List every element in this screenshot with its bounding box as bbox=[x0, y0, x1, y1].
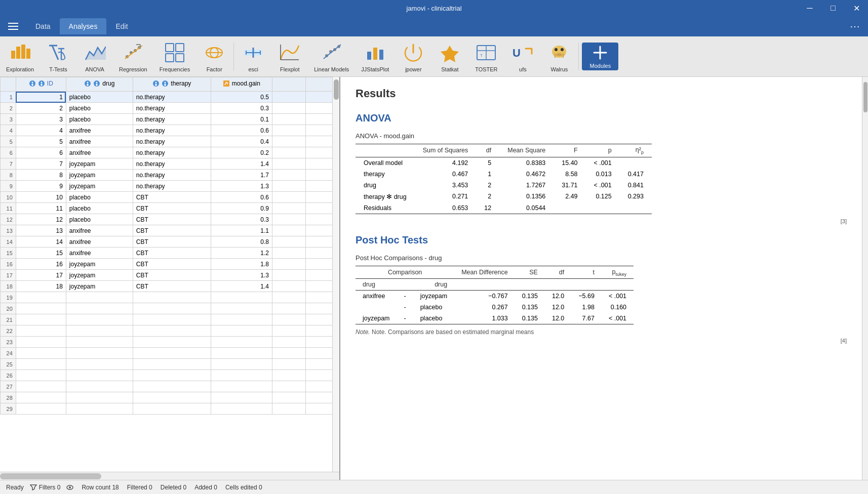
toolbar-frequencies[interactable]: Frequencies bbox=[153, 38, 196, 74]
ph-note: Note. Note. Comparisons are based on est… bbox=[356, 328, 847, 336]
more-menu[interactable]: ⋯ bbox=[846, 18, 864, 34]
maximize-button[interactable]: □ bbox=[821, 0, 845, 16]
ph-df-1: 12.0 bbox=[545, 291, 571, 302]
anova-f-drug: 31.71 bbox=[554, 180, 585, 191]
ph-row-3: joyzepam - placebo 1.033 0.135 12.0 7.67… bbox=[356, 313, 634, 324]
ph-df-3: 12.0 bbox=[545, 313, 571, 324]
ph-meandiff-1: −0.767 bbox=[454, 291, 515, 302]
eye-button[interactable] bbox=[66, 484, 73, 491]
ph-col-ptukey: ptukey bbox=[602, 266, 634, 279]
horizontal-scrollbar[interactable] bbox=[0, 472, 339, 480]
toolbar-walrus[interactable]: Walrus bbox=[541, 38, 577, 74]
anova-ss-residuals: 0.653 bbox=[415, 202, 477, 214]
svg-text:T: T bbox=[480, 53, 483, 58]
anova-f-therapy: 8.58 bbox=[554, 169, 585, 180]
regression-label: Regression bbox=[119, 66, 147, 72]
ph-df-header bbox=[545, 279, 571, 291]
toolbar-factor[interactable]: Factor bbox=[196, 38, 232, 74]
spreadsheet-table: ID drug bbox=[0, 77, 339, 472]
spreadsheet-panel: ID drug bbox=[0, 77, 340, 480]
ph-drug2-header: drug bbox=[413, 279, 455, 291]
ph-drug1-1: anxifree bbox=[356, 291, 397, 302]
table-row: 21 bbox=[1, 314, 339, 325]
window-title: jamovi - clinicaltrial bbox=[406, 5, 461, 12]
tab-data[interactable]: Data bbox=[26, 18, 60, 34]
minimize-button[interactable]: ─ bbox=[798, 0, 821, 16]
modules-label: Modules bbox=[590, 63, 611, 69]
results-scrollbar[interactable] bbox=[862, 77, 868, 480]
tab-analyses[interactable]: Analyses bbox=[60, 18, 107, 34]
ph-t-1: −5.69 bbox=[571, 291, 602, 302]
results-panel[interactable]: Results ANOVA ANOVA - mood.gain Sum of S… bbox=[340, 77, 862, 480]
data-grid: ID drug bbox=[0, 77, 339, 415]
anova-label-drug: drug bbox=[356, 180, 415, 191]
post-hoc-section: Post Hoc Tests Post Hoc Comparisons - dr… bbox=[356, 234, 847, 344]
col-header-id[interactable]: ID bbox=[16, 77, 66, 92]
svg-point-47 bbox=[556, 53, 562, 56]
toolbar-jjstatsplot[interactable]: JJStatsPlot bbox=[355, 38, 395, 74]
toolbar-divider-2 bbox=[578, 43, 579, 70]
esci-label: esci bbox=[248, 66, 258, 72]
table-row: 24 bbox=[1, 348, 339, 359]
toolbar-linear-models[interactable]: Linear Models bbox=[308, 38, 355, 74]
toolbar-statkat[interactable]: Statkat bbox=[431, 38, 468, 74]
toolbar-anova[interactable]: ANOVA bbox=[76, 38, 113, 74]
toolbar-exploration[interactable]: Exploration bbox=[0, 38, 40, 74]
exploration-icon bbox=[8, 40, 32, 64]
anova-ss-drug: 3.453 bbox=[415, 180, 477, 191]
anova-col-ss: Sum of Squares bbox=[415, 144, 477, 157]
toolbar-divider-1 bbox=[233, 43, 234, 70]
anova-col-ms: Mean Square bbox=[499, 144, 554, 157]
col-header-therapy[interactable]: therapy bbox=[133, 77, 211, 92]
post-hoc-table: Comparison Mean Difference SE df t ptuke… bbox=[356, 266, 634, 325]
svg-rect-1 bbox=[16, 47, 20, 59]
table-row: 1414anxifreeCBT0.8 bbox=[1, 236, 339, 248]
table-row: 1010placeboCBT0.6 bbox=[1, 192, 339, 203]
vertical-scrollbar[interactable] bbox=[332, 77, 339, 472]
toolbar-ufs[interactable]: U ufs bbox=[504, 38, 541, 74]
status-ready: Ready bbox=[6, 484, 24, 491]
table-row: 1818joyzepamCBT1.4 bbox=[1, 281, 339, 292]
anova-ss-therapy: 0.467 bbox=[415, 169, 477, 180]
col-header-moodgain[interactable]: mood.gain bbox=[211, 77, 272, 92]
anova-col-df: df bbox=[476, 144, 499, 157]
filters-label: Filters 0 bbox=[39, 484, 61, 491]
ph-drug-header: drug drug bbox=[356, 279, 634, 291]
scrollbar-thumb bbox=[334, 79, 339, 100]
factor-label: Factor bbox=[207, 66, 222, 72]
anova-eta-residuals bbox=[620, 202, 652, 214]
ph-t-header bbox=[571, 279, 602, 291]
walrus-label: Walrus bbox=[550, 66, 568, 72]
statusbar: Ready Filters 0 Row count 18 Filtered 0 … bbox=[0, 480, 868, 494]
cells-edited-label: Cells edited 0 bbox=[225, 484, 262, 491]
col-header-drug[interactable]: drug bbox=[66, 77, 133, 92]
svg-line-12 bbox=[125, 46, 142, 59]
ph-footnote: [4] bbox=[356, 338, 847, 344]
toolbar-t-tests[interactable]: T-Tests bbox=[40, 38, 76, 74]
tab-edit[interactable]: Edit bbox=[106, 18, 137, 34]
anova-ms-overall: 0.8383 bbox=[499, 157, 554, 169]
toolbar-regression[interactable]: Regression bbox=[113, 38, 153, 74]
svg-point-51 bbox=[31, 82, 33, 84]
anova-df-overall: 5 bbox=[476, 157, 499, 169]
table-row: 1616joyzepamCBT1.8 bbox=[1, 259, 339, 270]
toolbar-modules[interactable]: Modules bbox=[582, 43, 618, 70]
close-button[interactable]: ✕ bbox=[845, 0, 868, 16]
anova-ms-therapy: 0.4672 bbox=[499, 169, 554, 180]
toolbar-jpower[interactable]: jpower bbox=[395, 38, 431, 74]
toolbar-flexplot[interactable]: Flexplot bbox=[271, 38, 308, 74]
col-header-rownum bbox=[1, 77, 16, 92]
anova-df-residuals: 12 bbox=[476, 202, 499, 214]
anova-label-interaction: therapy ✻ drug bbox=[356, 191, 415, 202]
anova-label-residuals: Residuals bbox=[356, 202, 415, 214]
filter-button[interactable]: Filters 0 bbox=[30, 484, 61, 491]
window-controls: ─ □ ✕ bbox=[798, 0, 868, 16]
ph-drug2-1: joyzepam bbox=[413, 291, 455, 302]
toolbar-esci[interactable]: esci bbox=[235, 38, 271, 74]
anova-label-therapy: therapy bbox=[356, 169, 415, 180]
col-header-empty1 bbox=[272, 77, 305, 92]
hamburger-menu[interactable] bbox=[4, 17, 22, 35]
toolbar-toster[interactable]: T TOSTER bbox=[468, 38, 504, 74]
table-row: 22 bbox=[1, 325, 339, 337]
ph-drug2-3: placebo bbox=[413, 313, 455, 324]
